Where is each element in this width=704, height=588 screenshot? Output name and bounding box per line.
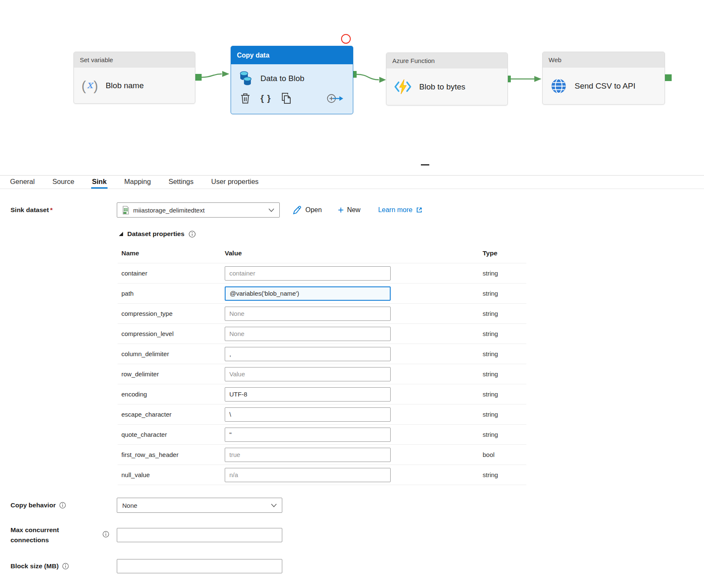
column-header-name: Name: [118, 249, 225, 257]
property-type: string: [483, 370, 526, 378]
property-name: path: [118, 290, 225, 297]
dataset-property-row: compression_type string: [118, 303, 526, 323]
chevron-down-icon: [268, 208, 274, 212]
code-braces-icon[interactable]: { }: [260, 93, 271, 103]
csv-dataset-icon: [122, 206, 129, 215]
info-icon[interactable]: [59, 502, 66, 509]
tab-settings[interactable]: Settings: [168, 176, 194, 189]
tab-sink[interactable]: Sink: [91, 176, 108, 189]
tab-general[interactable]: General: [9, 176, 36, 189]
new-dataset-button[interactable]: + New: [338, 205, 360, 215]
activity-node-set-variable[interactable]: Set variable (x) Blob name: [74, 52, 195, 104]
add-output-branch-icon[interactable]: [326, 93, 344, 104]
delete-activity-icon[interactable]: [240, 93, 250, 104]
property-type: string: [483, 330, 526, 337]
property-name: quote_character: [118, 431, 225, 438]
property-value-input[interactable]: [225, 448, 391, 462]
property-value-input[interactable]: [225, 266, 391, 281]
dataset-property-row: container string: [118, 263, 526, 283]
output-port-set-variable[interactable]: [195, 74, 202, 81]
dataset-properties-toggle[interactable]: Dataset properties: [119, 230, 704, 238]
max-concurrent-connections-input[interactable]: [117, 528, 282, 542]
dataset-property-row: row_delimiter string: [118, 364, 526, 384]
property-type: string: [483, 350, 526, 357]
dataset-property-row: path string: [118, 283, 526, 303]
property-name: encoding: [118, 391, 225, 398]
node-type-header: Azure Function: [386, 53, 507, 68]
info-icon[interactable]: [189, 231, 196, 238]
property-value-input[interactable]: [225, 347, 391, 361]
open-dataset-button[interactable]: Open: [292, 205, 322, 215]
sink-dataset-value: miiastorage_delimitedtext: [133, 207, 265, 214]
output-port-web[interactable]: [665, 74, 672, 81]
node-title: Send CSV to API: [575, 81, 636, 91]
chevron-down-icon: [271, 504, 277, 507]
property-type: bool: [483, 451, 526, 458]
activity-node-web[interactable]: Web Send CSV to API: [542, 52, 665, 105]
property-type: string: [483, 270, 526, 277]
set-variable-icon: (x): [81, 79, 98, 92]
required-asterisk: *: [50, 206, 53, 213]
node-type-label: Azure Function: [392, 57, 435, 64]
property-value-input[interactable]: [225, 468, 391, 482]
property-value-input[interactable]: [225, 387, 391, 402]
activity-properties-panel: General Source Sink Mapping Settings Use…: [0, 175, 704, 588]
property-value-input[interactable]: [225, 307, 391, 321]
copy-behavior-select[interactable]: None: [117, 498, 282, 513]
dataset-property-row: first_row_as_header bool: [118, 444, 526, 465]
pencil-icon: [292, 205, 302, 215]
property-value-input[interactable]: [225, 367, 391, 381]
property-value-input[interactable]: [225, 428, 391, 442]
node-title: Data to Blob: [260, 74, 305, 83]
property-type: string: [483, 310, 526, 317]
property-value-input[interactable]: [225, 327, 391, 341]
max-concurrent-connections-label: Max concurrent connections: [0, 525, 117, 545]
dataset-property-row: column_delimiter string: [118, 344, 526, 364]
dataset-properties-table: Name Value Type container string path st…: [118, 244, 526, 485]
node-type-label: Web: [549, 56, 562, 63]
node-type-label: Set variable: [80, 56, 113, 63]
property-name: column_delimiter: [118, 350, 225, 357]
info-icon[interactable]: [62, 563, 69, 570]
copy-behavior-value: None: [122, 502, 271, 509]
dataset-property-row: quote_character string: [118, 424, 526, 444]
tab-user-properties[interactable]: User properties: [210, 176, 260, 189]
property-value-input[interactable]: [225, 407, 391, 422]
properties-tab-bar: General Source Sink Mapping Settings Use…: [0, 176, 704, 189]
dataset-property-row: encoding string: [118, 384, 526, 404]
sink-dataset-dropdown[interactable]: miiastorage_delimitedtext: [117, 202, 280, 218]
tab-mapping[interactable]: Mapping: [123, 176, 152, 189]
clone-activity-icon[interactable]: [281, 92, 292, 104]
pipeline-canvas[interactable]: Set variable (x) Blob name Copy data Dat…: [0, 0, 704, 175]
activity-node-azure-function[interactable]: Azure Function Blob to bytes: [386, 52, 508, 105]
property-type: string: [483, 411, 526, 418]
dataset-property-row: escape_character string: [118, 404, 526, 424]
property-type: string: [483, 431, 526, 438]
property-type: string: [483, 290, 526, 297]
info-icon[interactable]: [102, 531, 109, 538]
copy-behavior-label: Copy behavior: [0, 501, 117, 509]
tab-source[interactable]: Source: [52, 176, 75, 189]
property-name: compression_type: [118, 310, 225, 317]
property-name: null_value: [118, 471, 225, 478]
sink-dataset-label: Sink dataset*: [0, 206, 117, 214]
dataset-property-row: compression_level string: [118, 323, 526, 344]
block-size-label: Block size (MB): [0, 562, 117, 570]
column-header-type: Type: [483, 249, 526, 257]
property-name: container: [118, 270, 225, 277]
external-link-icon: [416, 207, 423, 213]
property-type: string: [483, 391, 526, 398]
learn-more-link[interactable]: Learn more: [378, 206, 423, 214]
dataset-property-row: null_value string: [118, 465, 526, 485]
panel-resize-handle[interactable]: [421, 164, 429, 165]
azure-function-icon: [394, 79, 412, 94]
property-name: escape_character: [118, 411, 225, 418]
activity-node-copy-data[interactable]: Copy data Data to Blob { }: [231, 46, 353, 114]
property-value-input[interactable]: [225, 286, 391, 301]
collapse-caret-icon: [119, 232, 123, 236]
node-type-label: Copy data: [237, 52, 269, 59]
column-header-value: Value: [225, 249, 483, 257]
dataset-properties-title: Dataset properties: [127, 230, 184, 238]
block-size-input[interactable]: [117, 559, 282, 573]
property-name: row_delimiter: [118, 370, 225, 378]
